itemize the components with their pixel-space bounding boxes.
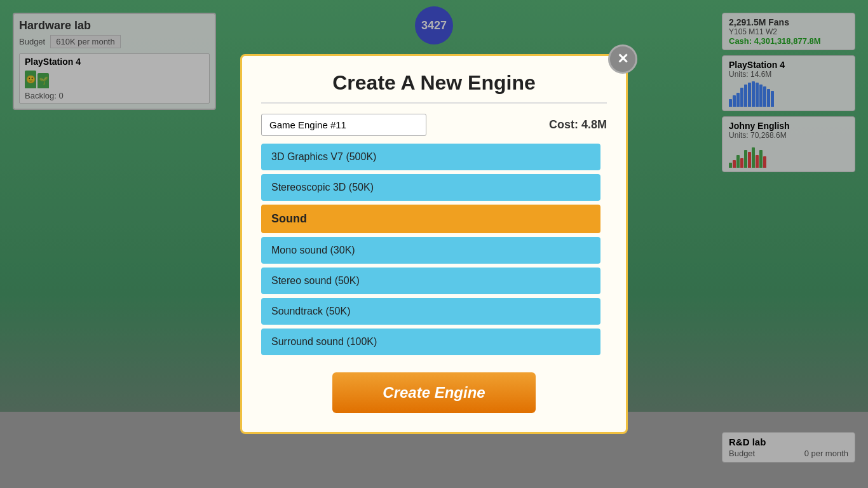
features-container[interactable]: 3D Graphics V7 (500K)Stereoscopic 3D (50… [261, 144, 607, 360]
feature-item-6[interactable]: Surround sound (100K) [261, 329, 600, 355]
modal-name-row: Cost: 4.8M [261, 114, 607, 136]
create-engine-modal: ✕ Create A New Engine Cost: 4.8M 3D Grap… [240, 54, 628, 434]
feature-item-0[interactable]: 3D Graphics V7 (500K) [261, 144, 600, 170]
feature-item-1[interactable]: Stereoscopic 3D (50K) [261, 174, 600, 201]
feature-item-3[interactable]: Mono sound (30K) [261, 237, 600, 264]
features-list: 3D Graphics V7 (500K)Stereoscopic 3D (50… [261, 144, 607, 355]
engine-name-input[interactable] [261, 114, 426, 136]
feature-item-4[interactable]: Stereo sound (50K) [261, 268, 600, 294]
create-engine-button[interactable]: Create Engine [332, 372, 536, 413]
feature-category-2: Sound [261, 205, 600, 233]
modal-title: Create A New Engine [261, 71, 607, 104]
modal-cost-label: Cost: 4.8M [549, 118, 607, 132]
modal-close-button[interactable]: ✕ [608, 44, 637, 74]
feature-item-5[interactable]: Soundtrack (50K) [261, 298, 600, 325]
